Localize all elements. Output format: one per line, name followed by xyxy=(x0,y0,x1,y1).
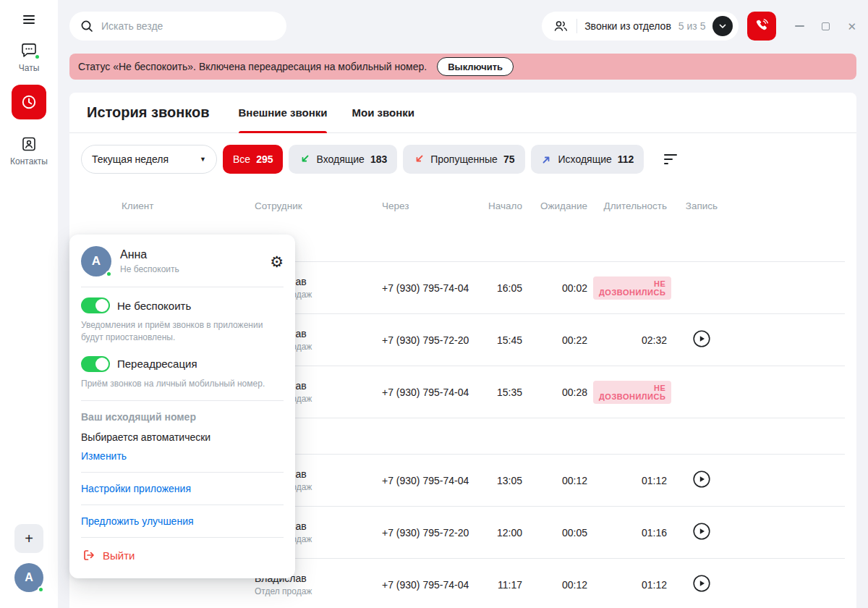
chip-all-count: 295 xyxy=(256,153,273,165)
plus-icon: + xyxy=(25,531,33,546)
cell-wait-time: 00:22 xyxy=(528,334,593,346)
col-header-employee: Сотрудник xyxy=(255,200,382,211)
dnd-status-banner: Статус «Не беспокоить». Включена переадр… xyxy=(69,54,856,80)
chip-outgoing-count: 112 xyxy=(618,153,634,165)
page-title: История звонков xyxy=(87,104,210,121)
missed-call-icon xyxy=(413,153,425,165)
play-record-button[interactable] xyxy=(692,522,711,541)
chevron-down-icon[interactable] xyxy=(712,16,733,36)
logout-button[interactable]: Выйти xyxy=(81,548,284,562)
clock-history-icon xyxy=(20,93,38,111)
app-settings-link[interactable]: Настройки приложения xyxy=(81,483,191,494)
suggest-improvements-link[interactable]: Предложить улучшения xyxy=(81,515,194,527)
dnd-toggle-label: Не беспокоить xyxy=(117,300,191,312)
outgoing-call-icon xyxy=(541,153,553,165)
sidebar-item-call-history-active[interactable] xyxy=(12,85,46,119)
profile-name: Анна xyxy=(120,248,179,261)
card-header: История звонков Внешние звонки Мои звонк… xyxy=(69,93,856,133)
status-badge-missed: Не дозвонились xyxy=(593,381,671,404)
hamburger-menu-icon[interactable] xyxy=(23,13,35,26)
turn-off-dnd-button[interactable]: Выключить xyxy=(437,57,514,76)
people-icon xyxy=(552,18,569,34)
window-controls: ✕ xyxy=(795,21,856,32)
search-icon xyxy=(80,19,94,33)
topbar: Звонки из отделов 5 из 5 ✕ xyxy=(69,12,856,41)
play-record-button[interactable] xyxy=(692,574,711,593)
change-number-link[interactable]: Изменить xyxy=(81,450,127,462)
tab-my-calls[interactable]: Мои звонки xyxy=(352,93,414,133)
window-maximize-button[interactable] xyxy=(822,22,830,30)
play-record-button[interactable] xyxy=(692,470,711,489)
period-select[interactable]: Текущая неделя ▼ xyxy=(81,145,217,174)
sidebar-contacts-label: Контакты xyxy=(10,156,48,166)
col-header-wait: Ожидание xyxy=(528,200,593,211)
sidebar-item-contacts[interactable]: Контакты xyxy=(10,135,48,166)
contacts-icon xyxy=(20,135,38,153)
col-header-start: Начало xyxy=(480,200,528,211)
cell-via-number: +7 (930) 795-72-20 xyxy=(382,527,480,539)
dnd-toggle[interactable] xyxy=(81,297,110,313)
tab-external-calls[interactable]: Внешние звонки xyxy=(239,93,328,133)
divider xyxy=(81,537,284,538)
cell-via-number: +7 (930) 795-74-04 xyxy=(382,579,480,591)
filter-chip-missed[interactable]: Пропущенные 75 xyxy=(403,145,524,174)
profile-menu-popup: А Анна Не беспокоить ⚙ Не беспокоить Уве… xyxy=(69,235,295,578)
profile-avatar: А xyxy=(81,246,111,276)
outgoing-number-title: Ваш исходящий номер xyxy=(81,411,284,423)
chip-outgoing-label: Исходящие xyxy=(558,153,612,165)
sidebar-item-chats[interactable]: Чаты xyxy=(19,42,40,73)
divider xyxy=(81,400,284,401)
divider xyxy=(576,19,577,33)
forwarding-toggle[interactable] xyxy=(81,356,110,372)
col-header-duration: Длительность xyxy=(593,200,673,211)
profile-avatar-letter: А xyxy=(92,254,101,269)
chip-incoming-label: Входящие xyxy=(316,153,364,165)
phone-icon xyxy=(754,18,770,34)
cell-duration: 01:12 xyxy=(593,579,673,591)
user-online-dot xyxy=(38,586,44,593)
gear-icon[interactable]: ⚙ xyxy=(270,254,284,269)
divider xyxy=(81,504,284,505)
outgoing-number-value: Выбирается автоматически xyxy=(81,431,284,443)
cell-start-time: 11:17 xyxy=(480,579,528,591)
status-badge-missed: Не дозвонились xyxy=(593,276,671,300)
cell-via-number: +7 (930) 795-72-20 xyxy=(382,334,480,346)
filter-chip-outgoing[interactable]: Исходящие 112 xyxy=(531,145,644,174)
cell-via-number: +7 (930) 795-74-04 xyxy=(382,387,480,398)
global-search[interactable] xyxy=(69,12,286,41)
cell-duration: 01:16 xyxy=(593,527,673,539)
cell-wait-time: 00:05 xyxy=(528,527,593,539)
cell-wait-time: 00:12 xyxy=(528,579,593,591)
sort-filter-icon[interactable] xyxy=(661,148,680,170)
chevron-down-icon: ▼ xyxy=(200,156,206,163)
col-header-record: Запись xyxy=(673,200,731,211)
window-close-button[interactable]: ✕ xyxy=(847,21,856,32)
cell-via-number: +7 (930) 795-74-04 xyxy=(382,282,480,294)
profile-status: Не беспокоить xyxy=(120,264,179,274)
user-avatar[interactable]: А xyxy=(14,563,43,592)
department-filter-select[interactable]: Звонки из отделов 5 из 5 xyxy=(542,12,739,41)
chip-missed-count: 75 xyxy=(503,153,515,165)
chip-all-label: Все xyxy=(233,153,250,165)
cell-start-time: 16:05 xyxy=(480,282,528,294)
search-input[interactable] xyxy=(101,20,276,32)
avatar-letter: А xyxy=(25,571,33,584)
left-sidebar: Чаты Контакты + А xyxy=(0,0,58,608)
col-header-via: Через xyxy=(382,200,480,211)
add-button[interactable]: + xyxy=(14,524,43,553)
new-call-button[interactable] xyxy=(747,12,776,41)
filter-chip-all[interactable]: Все 295 xyxy=(223,145,283,174)
logout-icon xyxy=(81,548,95,562)
logout-label: Выйти xyxy=(103,549,135,562)
department-filter-label: Звонки из отделов xyxy=(584,20,671,32)
window-minimize-button[interactable] xyxy=(795,25,804,27)
chats-online-dot xyxy=(34,54,41,60)
play-record-button[interactable] xyxy=(692,329,711,348)
cell-start-time: 12:00 xyxy=(480,527,528,539)
table-header-row: Клиент Сотрудник Через Начало Ожидание Д… xyxy=(81,185,845,226)
profile-online-dot xyxy=(106,271,112,277)
cell-via-number: +7 (930) 795-74-04 xyxy=(382,475,480,486)
cell-duration: 02:32 xyxy=(593,334,673,346)
banner-text: Статус «Не беспокоить». Включена переадр… xyxy=(78,61,427,72)
filter-chip-incoming[interactable]: Входящие 183 xyxy=(289,145,397,174)
